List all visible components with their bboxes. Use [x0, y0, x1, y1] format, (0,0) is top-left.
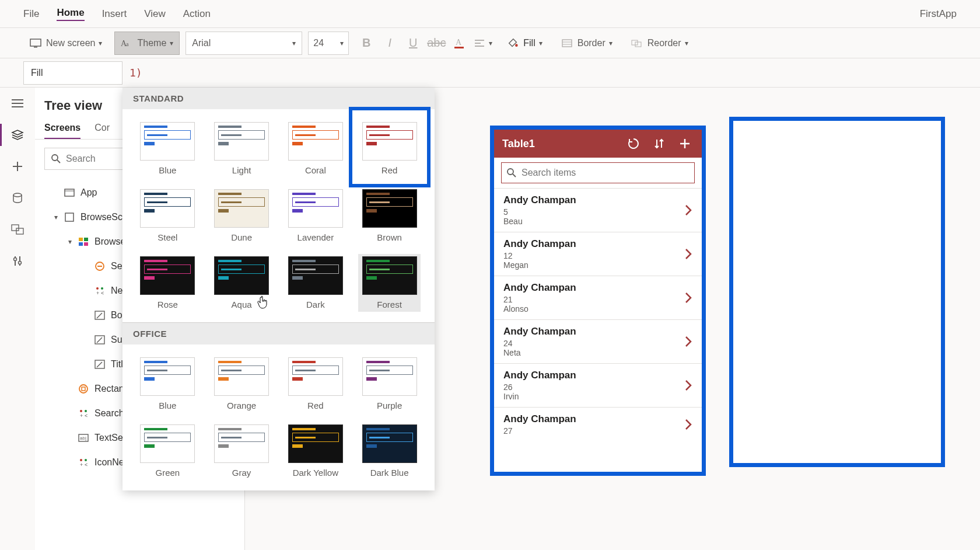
strike-button[interactable]: abc	[425, 32, 448, 55]
theme-option-coral[interactable]: Coral	[285, 120, 347, 177]
theme-option-orange[interactable]: Orange	[211, 355, 273, 413]
media-rail-button[interactable]	[9, 221, 26, 238]
svg-rect-46	[82, 387, 85, 391]
tab-screens[interactable]: Screens	[44, 118, 80, 139]
font-size-select[interactable]: 24 ▾	[308, 32, 349, 55]
theme-option-dark-blue[interactable]: Dark Blue	[358, 422, 421, 480]
svg-text:<: <	[101, 290, 104, 296]
list-item[interactable]: Andy Champan 5 Beau	[494, 188, 702, 232]
theme-option-dark-yellow[interactable]: Dark Yellow	[285, 422, 347, 480]
theme-label: Blue	[159, 165, 176, 175]
add-icon[interactable]	[676, 135, 694, 152]
theme-label: Coral	[305, 165, 326, 175]
list-item[interactable]: Andy Champan 24 Neta	[494, 319, 702, 363]
tree-node-icon: ab|	[77, 431, 90, 444]
paint-bucket-icon	[507, 37, 519, 49]
theme-label: Steel	[158, 232, 177, 242]
expand-icon[interactable]: ▾	[65, 238, 75, 246]
list-item[interactable]: Andy Champan 26 Irvin	[494, 363, 702, 407]
hamburger-button[interactable]	[9, 95, 26, 112]
bold-button[interactable]: B	[355, 32, 378, 55]
svg-text:<: <	[85, 413, 88, 419]
formula-input[interactable]: 1)	[123, 67, 980, 79]
theme-option-red[interactable]: Red	[358, 120, 421, 177]
border-button[interactable]: Border ▾	[555, 32, 619, 55]
theme-option-blue[interactable]: Blue	[136, 120, 199, 177]
theme-option-steel[interactable]: Steel	[136, 187, 199, 245]
theme-option-aqua[interactable]: Aqua	[211, 254, 273, 312]
theme-option-purple[interactable]: Purple	[358, 355, 421, 413]
chevron-down-icon: ▾	[340, 39, 344, 47]
theme-option-forest[interactable]: Forest	[358, 254, 421, 312]
tree-item-label: SearchI	[94, 408, 127, 419]
svg-text:<: <	[85, 462, 88, 468]
refresh-icon[interactable]	[625, 135, 642, 152]
svg-rect-13	[632, 40, 638, 45]
theme-option-brown[interactable]: Brown	[358, 187, 421, 245]
svg-text:+: +	[96, 290, 99, 296]
preview-header: Table1	[494, 130, 702, 158]
tab-components[interactable]: Cor	[94, 118, 110, 139]
item-body: Neta	[503, 348, 684, 357]
item-body: Megan	[503, 260, 684, 270]
theme-label: Lavender	[298, 232, 334, 242]
theme-option-red[interactable]: Red	[285, 355, 347, 413]
align-button[interactable]: ▾	[471, 32, 495, 55]
item-title: Andy Champan	[503, 370, 684, 381]
theme-option-dark[interactable]: Dark	[285, 254, 347, 312]
preview-search[interactable]	[501, 162, 695, 183]
theme-section-standard: STANDARD	[123, 88, 435, 109]
svg-rect-14	[635, 42, 641, 47]
new-screen-button[interactable]: New screen ▾	[23, 32, 108, 55]
list-item[interactable]: Andy Champan 27	[494, 407, 702, 441]
theme-label: Forest	[377, 300, 402, 309]
chevron-down-icon: ▾	[685, 39, 688, 47]
reorder-icon	[631, 37, 643, 49]
fill-button[interactable]: Fill ▾	[501, 32, 548, 55]
theme-label: Red	[307, 401, 324, 410]
insert-rail-button[interactable]	[9, 158, 26, 175]
theme-option-blue[interactable]: Blue	[136, 355, 199, 413]
menu-insert[interactable]: Insert	[102, 8, 127, 20]
border-icon	[561, 37, 573, 49]
chevron-down-icon: ▾	[609, 39, 612, 47]
svg-rect-10	[562, 40, 572, 47]
menu-bar: File Home Insert View Action FirstApp	[0, 0, 980, 28]
reorder-button[interactable]: Reorder ▾	[625, 32, 695, 55]
tree-node-icon: +<	[93, 284, 106, 297]
tools-rail-button[interactable]	[9, 252, 26, 270]
menu-view[interactable]: View	[144, 8, 166, 20]
item-subtitle: 26	[503, 382, 684, 392]
theme-option-lavender[interactable]: Lavender	[285, 187, 347, 245]
app-preview	[729, 117, 945, 467]
theme-option-green[interactable]: Green	[136, 422, 199, 480]
list-item[interactable]: Andy Champan 12 Megan	[494, 232, 702, 276]
menu-file[interactable]: File	[23, 8, 39, 20]
svg-point-38	[96, 287, 99, 290]
underline-button[interactable]: U	[401, 32, 425, 55]
chevron-right-icon	[684, 418, 692, 431]
list-item[interactable]: Andy Champan 21 Alonso	[494, 276, 702, 319]
property-select[interactable]: Fill	[23, 61, 123, 85]
theme-option-rose[interactable]: Rose	[136, 254, 199, 312]
theme-option-dune[interactable]: Dune	[211, 187, 273, 245]
chevron-down-icon: ▾	[539, 39, 542, 47]
app-preview-frame[interactable]: Table1 Andy Champan 5 Beau Andy Champan …	[490, 126, 706, 476]
data-rail-button[interactable]	[9, 189, 26, 207]
theme-button[interactable]: Aa Theme ▾	[114, 32, 180, 55]
menu-home[interactable]: Home	[57, 7, 84, 21]
menu-action[interactable]: Action	[183, 8, 211, 20]
italic-button[interactable]: I	[378, 32, 401, 55]
chevron-down-icon: ▾	[489, 39, 492, 47]
sort-icon[interactable]	[650, 135, 668, 152]
theme-option-light[interactable]: Light	[211, 120, 273, 177]
font-color-button[interactable]: A	[448, 32, 471, 55]
theme-label: Orange	[227, 401, 256, 410]
svg-point-39	[101, 287, 103, 290]
treeview-rail-button[interactable]	[9, 126, 26, 144]
expand-icon[interactable]: ▾	[51, 213, 61, 221]
font-select[interactable]: Arial ▾	[186, 32, 302, 55]
theme-option-gray[interactable]: Gray	[211, 422, 273, 480]
tree-node-icon	[93, 358, 106, 371]
preview-search-input[interactable]	[522, 168, 690, 178]
